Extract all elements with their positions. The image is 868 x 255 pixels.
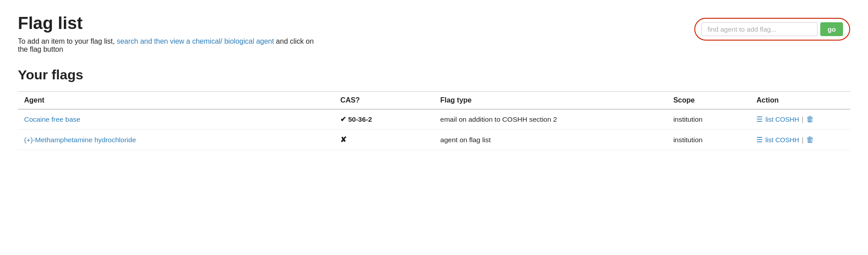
flag-type-cell: agent on flag list xyxy=(434,130,667,150)
list-icon: ☰ xyxy=(756,115,763,123)
page-title: Flag list xyxy=(18,13,694,33)
col-header-action: Action xyxy=(750,92,850,110)
scope-cell: institution xyxy=(667,109,750,130)
action-cell: ☰list COSHH|🗑 xyxy=(750,130,850,150)
agent-link[interactable]: Cocaine free base xyxy=(24,115,80,123)
header-left: Flag list To add an item to your flag li… xyxy=(18,13,694,67)
action-divider: | xyxy=(802,136,804,144)
cas-check: ✔ 50-36-2 xyxy=(340,115,372,123)
scope-cell: institution xyxy=(667,130,750,150)
delete-icon[interactable]: 🗑 xyxy=(806,115,814,124)
your-flags-heading: Your flags xyxy=(18,67,850,82)
intro-text: To add an item to your flag list, search… xyxy=(18,37,321,53)
table-row: (+)-Methamphetamine hydrochloride✘agent … xyxy=(18,130,850,150)
action-cell: ☰list COSHH|🗑 xyxy=(750,109,850,130)
col-header-agent: Agent xyxy=(18,92,334,110)
list-icon: ☰ xyxy=(756,136,763,144)
page-header: Flag list To add an item to your flag li… xyxy=(18,13,850,67)
cas-x: ✘ xyxy=(340,136,346,144)
search-input[interactable] xyxy=(701,22,818,36)
table-row: Cocaine free base✔ 50-36-2email on addit… xyxy=(18,109,850,130)
cas-cell: ✔ 50-36-2 xyxy=(334,109,434,130)
search-oval: go xyxy=(694,18,850,41)
delete-icon[interactable]: 🗑 xyxy=(806,136,814,144)
cas-cell: ✘ xyxy=(334,130,434,150)
agent-link[interactable]: (+)-Methamphetamine hydrochloride xyxy=(24,136,136,144)
go-button[interactable]: go xyxy=(820,22,843,36)
action-divider: | xyxy=(802,115,804,123)
table-header-row: Agent CAS? Flag type Scope Action xyxy=(18,92,850,110)
list-coshh-link[interactable]: list COSHH xyxy=(765,116,799,123)
col-header-scope: Scope xyxy=(667,92,750,110)
search-link[interactable]: search and then view a chemical/ biologi… xyxy=(117,37,274,45)
col-header-flagtype: Flag type xyxy=(434,92,667,110)
col-header-cas: CAS? xyxy=(334,92,434,110)
search-area: go xyxy=(694,18,850,41)
flags-table: Agent CAS? Flag type Scope Action Cocain… xyxy=(18,91,850,150)
list-coshh-link[interactable]: list COSHH xyxy=(765,136,799,144)
flag-type-cell: email on addition to COSHH section 2 xyxy=(434,109,667,130)
intro-before-link: To add an item to your flag list, xyxy=(18,37,117,45)
